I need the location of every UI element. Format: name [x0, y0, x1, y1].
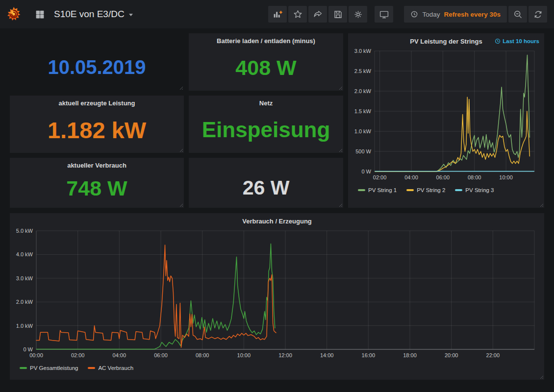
pv-strings-plot-area[interactable]: 02:0004:0006:0008:0010:000 W500 W1.0 kW1… [352, 47, 540, 183]
verbrauch-erzeugung-legend: PV GesamtleistungAC Verbrauch [14, 361, 540, 371]
gear-icon [353, 9, 363, 20]
svg-text:0 W: 0 W [361, 169, 371, 174]
dashboard-squares-icon [35, 9, 45, 20]
svg-text:3.0 kW: 3.0 kW [354, 48, 372, 54]
legend-item[interactable]: PV Gesamtleistung [20, 365, 78, 371]
legend-label: PV String 3 [465, 187, 494, 193]
star-icon [293, 9, 303, 20]
svg-text:08:00: 08:00 [196, 352, 209, 358]
time-range-label: Today [422, 11, 440, 18]
svg-text:04:00: 04:00 [404, 174, 418, 180]
svg-text:1.0 kW: 1.0 kW [354, 128, 372, 134]
pv-strings-legend: PV String 1PV String 2PV String 3 [352, 183, 540, 193]
svg-text:10:00: 10:00 [237, 352, 251, 358]
time-picker[interactable]: Today Refresh every 30s [404, 6, 507, 23]
legend-label: PV String 2 [417, 187, 445, 193]
svg-text:2.0 kW: 2.0 kW [16, 299, 33, 305]
clock-icon [495, 38, 501, 44]
svg-text:1.5 kW: 1.5 kW [354, 108, 372, 114]
dashboard-grid: 10.05.2019 Batterie laden / entladen (mi… [0, 28, 554, 392]
panel-time-range[interactable]: Last 10 hours [495, 38, 539, 44]
legend-color-mark [406, 189, 414, 191]
dashboard-title-text: S10E von E3/DC [54, 9, 125, 20]
refresh-interval-label: Refresh every 30s [444, 11, 501, 18]
resize-handle[interactable] [539, 202, 543, 207]
svg-text:02:00: 02:00 [373, 174, 387, 180]
panel-erzeugte-leistung: aktuell erzeugte Leistung 1.182 kW [10, 96, 184, 153]
svg-text:06:00: 06:00 [436, 174, 450, 180]
panel-title[interactable]: Verbrauch / Erzeugung [242, 215, 312, 225]
monitor-icon [379, 9, 389, 20]
chevron-down-icon [129, 14, 133, 16]
save-dashboard-button[interactable] [328, 6, 347, 23]
legend-label: PV String 1 [368, 187, 397, 193]
refresh-button[interactable] [529, 6, 547, 23]
share-dashboard-button[interactable] [308, 6, 327, 23]
svg-text:12:00: 12:00 [278, 352, 292, 358]
legend-color-mark [88, 367, 95, 369]
legend-item[interactable]: AC Verbrauch [88, 365, 133, 371]
svg-text:5.0 kW: 5.0 kW [16, 228, 33, 234]
cycle-view-button[interactable] [375, 6, 393, 23]
svg-text:2.0 kW: 2.0 kW [354, 88, 372, 94]
refresh-icon [533, 9, 543, 20]
legend-item[interactable]: PV String 2 [406, 187, 445, 193]
svg-text:500 W: 500 W [355, 148, 371, 154]
svg-text:02:00: 02:00 [71, 352, 85, 358]
navbar-actions: Today Refresh every 30s [268, 6, 547, 23]
batterie-value: 408 W [189, 45, 343, 91]
svg-text:1.0 kW: 1.0 kW [16, 323, 33, 329]
verbrauch-value: 748 W [10, 169, 184, 208]
svg-text:3.0 kW: 3.0 kW [16, 275, 33, 281]
svg-text:00:00: 00:00 [29, 352, 43, 358]
panel-pv-strings-graph: PV Leistung der Strings Last 10 hours 02… [348, 33, 544, 208]
svg-text:04:00: 04:00 [113, 352, 126, 358]
svg-text:18:00: 18:00 [403, 352, 417, 358]
netz-value: Einspeisung [189, 107, 343, 153]
legend-item[interactable]: PV String 3 [455, 187, 494, 193]
panel-verbrauch: aktueller Verbrauch 748 W [10, 158, 184, 208]
date-value: 10.05.2019 [10, 44, 184, 91]
svg-text:4.0 kW: 4.0 kW [16, 251, 33, 257]
legend-label: AC Verbrauch [98, 365, 133, 371]
panel-title[interactable]: aktueller Verbrauch [10, 158, 184, 169]
panel-verbrauch-erzeugung-graph: Verbrauch / Erzeugung 00:0002:0004:0006:… [10, 213, 544, 380]
svg-text:06:00: 06:00 [154, 352, 168, 358]
dashboard-title[interactable]: S10E von E3/DC [54, 9, 133, 20]
svg-text:0 W: 0 W [23, 346, 33, 352]
add-panel-button[interactable] [268, 6, 287, 23]
untitled-value: 26 W [189, 168, 343, 208]
zoom-out-icon [513, 9, 523, 20]
resize-handle[interactable] [539, 374, 543, 379]
save-icon [333, 9, 343, 20]
zoom-out-time-button[interactable] [508, 6, 527, 23]
erzeugte-value: 1.182 kW [10, 107, 184, 153]
panel-title[interactable] [10, 33, 184, 44]
legend-color-mark [20, 367, 27, 369]
verbrauch-erzeugung-plot-area[interactable]: 00:0002:0004:0006:0008:0010:0012:0014:00… [14, 227, 540, 361]
star-dashboard-button[interactable] [288, 6, 307, 23]
add-panel-icon [273, 9, 283, 20]
settings-button[interactable] [349, 6, 367, 23]
panel-untitled-stat: 26 W [189, 158, 343, 208]
grafana-logo-icon [6, 6, 22, 22]
panel-title[interactable]: Batterie laden / entladen (minus) [189, 33, 343, 45]
panel-date: 10.05.2019 [10, 33, 184, 91]
legend-label: PV Gesamtleistung [30, 365, 78, 371]
svg-text:08:00: 08:00 [468, 174, 481, 180]
panel-title[interactable]: Netz [189, 96, 343, 107]
dashboard-picker-button[interactable] [30, 6, 49, 23]
panel-title[interactable]: PV Leistung der Strings [410, 35, 482, 45]
legend-item[interactable]: PV String 1 [358, 187, 397, 193]
svg-text:20:00: 20:00 [445, 352, 458, 358]
share-icon [313, 9, 323, 20]
grafana-logo[interactable] [5, 5, 23, 23]
panel-batterie: Batterie laden / entladen (minus) 408 W [189, 33, 343, 91]
svg-text:14:00: 14:00 [320, 352, 334, 358]
panel-title[interactable] [189, 158, 343, 168]
panel-netz: Netz Einspeisung [189, 96, 343, 153]
clock-icon [410, 10, 418, 18]
panel-title[interactable]: aktuell erzeugte Leistung [10, 96, 184, 107]
legend-color-mark [358, 189, 365, 191]
svg-text:2.5 kW: 2.5 kW [354, 68, 372, 74]
